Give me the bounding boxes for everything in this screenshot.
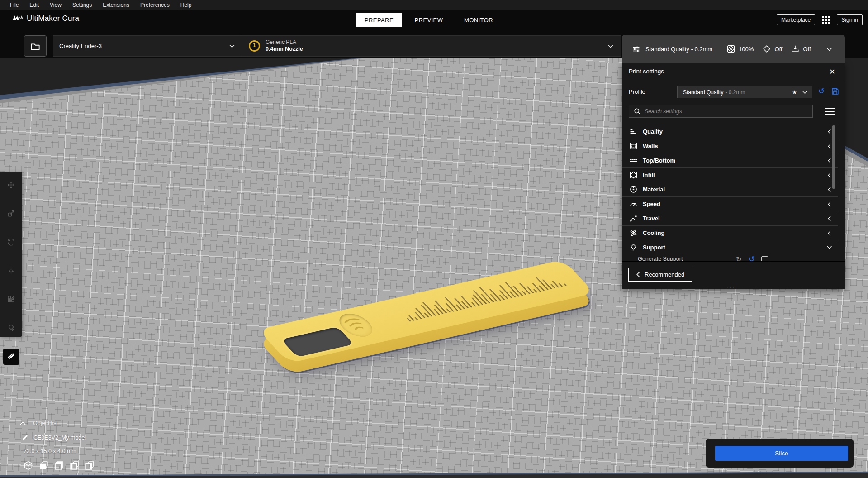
chevron-down-icon [608, 44, 613, 48]
category-label: Quality [643, 128, 663, 135]
tool-bar [0, 172, 22, 337]
menu-item-preferences[interactable]: Preferences [135, 0, 175, 10]
profile-summary: Standard Quality - 0.2mm [645, 46, 712, 53]
inherit-icon: ↻ [736, 255, 742, 261]
profile-label: Profile [629, 88, 645, 95]
chevron-left-icon [636, 272, 640, 277]
settings-category-material[interactable]: Material [622, 182, 838, 196]
generate-support-checkbox[interactable] [761, 256, 768, 261]
mirror-icon [7, 267, 15, 276]
category-label: Cooling [643, 229, 664, 236]
pencil-icon [22, 434, 28, 441]
support-icon [630, 244, 637, 251]
settings-category-walls[interactable]: Walls [622, 139, 838, 153]
menu-item-settings[interactable]: Settings [67, 0, 97, 10]
category-label: Infill [643, 172, 655, 178]
object-list-title: Object list [33, 420, 58, 426]
object-list-toggle[interactable]: Object list [20, 420, 95, 426]
marketplace-button[interactable]: Marketplace [777, 14, 815, 25]
per-model-settings-tool-button[interactable] [3, 292, 19, 308]
configuration-bar: Creality Ender-3 1 Generic PLA 0.4mm Noz… [0, 29, 868, 58]
topbottom-icon [630, 157, 637, 164]
rotate-tool-button[interactable] [3, 234, 19, 251]
category-label: Walls [643, 143, 658, 149]
viewport-void-right [845, 58, 868, 176]
move-tool-button[interactable] [3, 177, 19, 194]
settings-category-speed[interactable]: Speed [622, 196, 838, 211]
material-icon [630, 186, 637, 193]
ultimaker-logo: UltiMaker Cura [12, 14, 79, 23]
view-top-icon[interactable] [54, 461, 64, 470]
setting-row-generate-support[interactable]: Generate Support ↻ ↺ [622, 254, 838, 261]
measure-icon [7, 352, 15, 362]
close-icon[interactable]: ✕ [826, 66, 838, 77]
view-right-icon[interactable] [85, 461, 95, 470]
cooling-icon [630, 229, 637, 237]
chevron-up-icon [20, 421, 26, 425]
recommended-mode-button[interactable]: Recommended [628, 268, 692, 282]
view-left-icon[interactable] [70, 461, 79, 470]
app-header: UltiMaker Cura PREPAREPREVIEWMONITOR Mar… [0, 10, 868, 29]
stage-tab-prepare[interactable]: PREPARE [356, 13, 402, 27]
settings-category-list: QualityWallsTop/BottomInfillMaterialSpee… [622, 124, 838, 254]
settings-category-quality[interactable]: Quality [622, 124, 838, 139]
infill-summary: 100% [739, 46, 754, 53]
panel-resize-handle[interactable]: ··· [727, 283, 735, 290]
view-front-icon[interactable] [39, 461, 48, 470]
app-title: UltiMaker Cura [27, 14, 79, 23]
infill-icon [630, 171, 637, 179]
search-settings-input[interactable] [645, 108, 794, 115]
stage-tab-monitor[interactable]: MONITOR [456, 13, 501, 27]
slice-button[interactable]: Slice [715, 446, 848, 461]
menu-item-extensions[interactable]: Extensions [97, 0, 135, 10]
measure-tool-button[interactable] [3, 349, 19, 365]
mirror-tool-button[interactable] [3, 263, 19, 279]
search-settings-box[interactable] [629, 105, 813, 118]
reset-icon[interactable]: ↺ [749, 255, 755, 261]
travel-icon [630, 215, 637, 222]
print-settings-panel: Print settings ✕ Profile Standard Qualit… [622, 63, 845, 289]
apps-grid-icon[interactable] [821, 15, 830, 24]
model-name: CE3E3V2_My model [33, 435, 86, 441]
settings-category-support[interactable]: Support [622, 240, 838, 254]
print-setup-selector[interactable]: Standard Quality - 0.2mm 100% Off Off [622, 35, 845, 63]
object-list-panel: Object list CE3E3V2_My model 72.0 x 15.0… [20, 420, 95, 470]
category-label: Material [643, 186, 665, 193]
scale-icon [7, 210, 15, 219]
menu-item-help[interactable]: Help [175, 0, 197, 10]
stage-tab-preview[interactable]: PREVIEW [406, 13, 451, 27]
menu-item-file[interactable]: File [5, 0, 24, 10]
support-blocker-icon [7, 324, 15, 333]
scrollbar-thumb[interactable] [832, 125, 835, 189]
support-summary: Off [774, 46, 782, 53]
settings-category-top-bottom[interactable]: Top/Bottom [622, 153, 838, 167]
profile-save-icon[interactable] [831, 87, 839, 97]
view-3d-icon[interactable] [24, 461, 33, 470]
chevron-left-icon [827, 216, 832, 221]
printer-name: Creality Ender-3 [59, 43, 102, 49]
menu-item-edit[interactable]: Edit [24, 0, 44, 10]
menu-bar: FileEditViewSettingsExtensionsPreference… [0, 0, 868, 10]
open-file-button[interactable] [24, 35, 47, 57]
rotate-icon [7, 238, 15, 248]
support-blocker-tool-button[interactable] [3, 320, 19, 336]
object-list-item[interactable]: CE3E3V2_My model [22, 434, 95, 441]
menu-item-view[interactable]: View [44, 0, 67, 10]
sliders-icon [632, 45, 640, 53]
settings-category-infill[interactable]: Infill [622, 167, 838, 182]
settings-visibility-menu-icon[interactable] [825, 107, 835, 116]
speed-icon [630, 200, 637, 208]
sign-in-button[interactable]: Sign in [837, 14, 863, 25]
chevron-left-icon [827, 172, 832, 178]
profile-dropdown[interactable]: Standard Quality - 0.2mm ★ [677, 86, 812, 98]
material-selector[interactable]: 1 Generic PLA 0.4mm Nozzle [242, 36, 621, 56]
stage-tabs: PREPAREPREVIEWMONITOR [356, 13, 501, 27]
support-icon [763, 45, 771, 53]
scale-tool-button[interactable] [3, 206, 19, 222]
settings-category-travel[interactable]: Travel [622, 211, 838, 225]
settings-category-cooling[interactable]: Cooling [622, 225, 838, 240]
printer-selector[interactable]: Creality Ender-3 [53, 36, 242, 56]
chevron-left-icon [827, 187, 832, 192]
profile-reset-icon[interactable]: ↺ [818, 87, 825, 95]
star-icon[interactable]: ★ [792, 89, 797, 96]
